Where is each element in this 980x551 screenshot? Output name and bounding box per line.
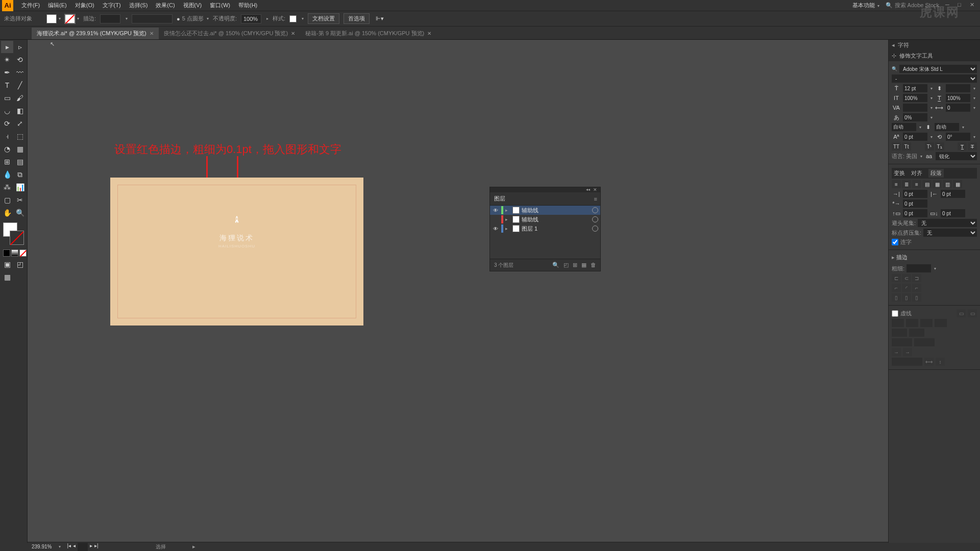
vscale-input[interactable] <box>903 94 927 102</box>
font-family-select[interactable]: Adobe 宋体 Std L <box>899 65 977 73</box>
panel-close-icon[interactable]: ✕ <box>593 187 597 192</box>
expand-icon[interactable]: ▸ <box>505 208 510 213</box>
locate-icon[interactable]: 🔍 <box>552 262 559 268</box>
nav-last[interactable]: ▸| <box>94 543 99 551</box>
layer-row[interactable]: 👁 ▸ 辅助线 <box>490 206 600 215</box>
nav-first[interactable]: |◂ <box>67 543 71 551</box>
menu-window[interactable]: 窗口(W) <box>206 2 234 9</box>
color-mode-none[interactable] <box>19 249 27 257</box>
tab-close-icon[interactable]: ✕ <box>150 31 154 36</box>
blend-tool[interactable]: ⧉ <box>14 168 26 181</box>
tsume-input[interactable] <box>903 113 927 121</box>
justify-right-button[interactable]: ▥ <box>943 180 952 188</box>
tab-3[interactable]: 秘籍-第 9 期更新.ai @ 150% (CMYK/GPU 预览) ✕ <box>300 28 436 39</box>
indent-first-input[interactable] <box>903 199 927 208</box>
artboard-nav-input[interactable] <box>78 543 88 551</box>
align-left-button[interactable]: ≡ <box>892 180 901 188</box>
doc-setup-button[interactable]: 文档设置 <box>308 13 339 24</box>
shape-builder-tool[interactable]: ◔ <box>1 143 13 155</box>
allcaps-button[interactable]: TT <box>892 142 901 151</box>
align-right-button[interactable]: ≡ <box>912 180 921 188</box>
superscript-button[interactable]: T¹ <box>925 142 934 151</box>
screen-mode-presentation[interactable]: ▦ <box>1 271 13 283</box>
expand-icon[interactable]: ▸ <box>505 226 510 231</box>
stroke-weight-panel-input[interactable] <box>906 264 931 272</box>
layer-row[interactable]: 👁 ▸ 图层 1 <box>490 224 600 233</box>
dash-checkbox[interactable] <box>892 310 898 317</box>
underline-button[interactable]: T̲ <box>958 142 967 151</box>
tracking-input[interactable] <box>946 104 970 112</box>
type-tool[interactable]: T <box>1 79 13 91</box>
rotate-tool[interactable]: ⟳ <box>1 117 13 130</box>
pen-tool[interactable]: ✒ <box>1 66 13 79</box>
eraser-tool[interactable]: ◧ <box>14 105 26 117</box>
tab-close-icon[interactable]: ✕ <box>291 31 295 36</box>
line-tool[interactable]: ╱ <box>14 79 26 91</box>
width-tool[interactable]: ⫞ <box>1 130 13 142</box>
visibility-icon[interactable]: 👁 <box>492 208 499 213</box>
background-color[interactable] <box>10 231 24 245</box>
indent-right-input[interactable] <box>941 190 965 198</box>
tab-close-icon[interactable]: ✕ <box>427 31 431 36</box>
nav-next[interactable]: ▸ <box>90 543 92 551</box>
char-panel-collapsed[interactable]: ◂字符 <box>889 40 980 51</box>
align-tab[interactable]: 对齐 <box>911 169 922 177</box>
screen-mode-normal[interactable]: ▣ <box>1 258 13 270</box>
color-mode-gradient[interactable] <box>11 249 18 257</box>
menu-object[interactable]: 对象(O) <box>71 2 99 9</box>
justify-all-button[interactable]: ▦ <box>953 180 962 188</box>
smallcaps-button[interactable]: Tt <box>902 142 911 151</box>
stroke-panel-title[interactable]: ▸ 描边 <box>892 252 977 263</box>
panel-collapse-icon[interactable]: ◂◂ <box>586 187 590 192</box>
opacity-input[interactable] <box>241 14 261 23</box>
menu-help[interactable]: 帮助(H) <box>234 2 261 9</box>
baseline-input[interactable] <box>892 123 916 131</box>
hand-tool[interactable]: ✋ <box>1 207 13 219</box>
eyedropper-tool[interactable]: 💧 <box>1 168 13 181</box>
new-sublayer-icon[interactable]: ⊞ <box>573 262 577 268</box>
paragraph-tab[interactable]: 段落 <box>928 169 944 178</box>
symbol-sprayer-tool[interactable]: ⁂ <box>1 181 13 193</box>
curvature-tool[interactable]: 〰 <box>14 66 26 79</box>
magic-wand-tool[interactable]: ✴ <box>1 54 13 66</box>
shaper-tool[interactable]: ◡ <box>1 105 13 117</box>
layer-target[interactable] <box>592 207 598 213</box>
color-picker[interactable] <box>3 222 24 245</box>
stroke-dropdown[interactable]: ▾ <box>77 16 79 21</box>
nav-prev[interactable]: ◂ <box>73 543 76 551</box>
justify-center-button[interactable]: ▦ <box>933 180 942 188</box>
menu-effect[interactable]: 效果(C) <box>152 2 179 9</box>
expand-icon[interactable]: ▸ <box>505 217 510 222</box>
clip-mask-icon[interactable]: ◰ <box>564 262 569 268</box>
scale-tool[interactable]: ⤢ <box>14 117 26 130</box>
column-graph-tool[interactable]: 📊 <box>14 181 26 193</box>
layer-target[interactable] <box>592 216 598 222</box>
mojikumi-select[interactable]: 无 <box>923 229 977 237</box>
mesh-tool[interactable]: ⊞ <box>1 156 13 168</box>
font-size-input[interactable] <box>903 84 927 92</box>
slice-tool[interactable]: ✂ <box>14 194 26 206</box>
screen-mode-full[interactable]: ◰ <box>14 258 26 270</box>
indent-left-input[interactable] <box>903 190 927 198</box>
paintbrush-tool[interactable]: 🖌 <box>14 92 26 104</box>
kinsoku-select[interactable]: 无 <box>918 219 977 227</box>
style-swatch[interactable] <box>289 15 297 22</box>
rectangle-tool[interactable]: ▭ <box>1 92 13 104</box>
layer-name[interactable]: 辅助线 <box>522 207 590 214</box>
strikethrough-button[interactable]: T̶ <box>968 142 977 151</box>
brush-input[interactable] <box>132 14 173 23</box>
menu-edit[interactable]: 编辑(E) <box>44 2 71 9</box>
space-after-input[interactable] <box>941 209 965 217</box>
antialiasing-select[interactable]: 锐化 <box>936 152 977 160</box>
layer-name[interactable]: 图层 1 <box>522 225 590 233</box>
new-layer-icon[interactable]: ▦ <box>581 262 586 268</box>
menu-type[interactable]: 文字(T) <box>99 2 125 9</box>
char-rotation-input[interactable] <box>946 133 970 141</box>
stroke-weight-input[interactable] <box>100 14 120 23</box>
layers-tab[interactable]: 图层 <box>494 195 505 203</box>
direct-selection-tool[interactable]: ▹ <box>14 41 26 53</box>
layer-name[interactable]: 辅助线 <box>522 216 590 223</box>
font-style-select[interactable]: - <box>892 74 977 83</box>
color-mode-solid[interactable] <box>3 249 10 257</box>
lasso-tool[interactable]: ⟲ <box>14 54 26 66</box>
